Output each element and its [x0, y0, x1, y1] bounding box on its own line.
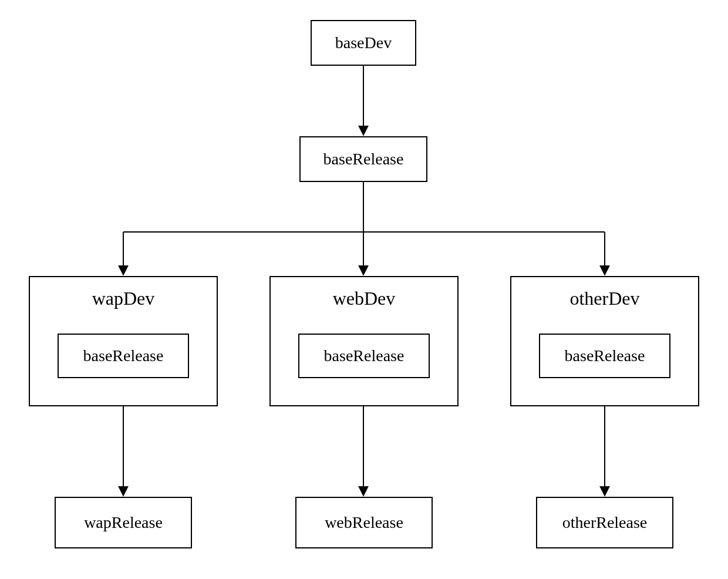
node-otherdev-inner-label: baseRelease: [565, 346, 645, 365]
node-webdev-inner: baseRelease: [298, 334, 430, 378]
node-baserelease-label: baseRelease: [323, 150, 404, 169]
node-webrelease-label: webRelease: [325, 513, 403, 532]
node-otherrelease-label: otherRelease: [562, 513, 648, 532]
node-otherdev-label: otherDev: [511, 288, 698, 309]
node-otherdev: otherDev baseRelease: [510, 276, 699, 406]
node-otherdev-inner: baseRelease: [539, 334, 670, 378]
node-wapdev-inner: baseRelease: [58, 334, 189, 378]
node-webdev-inner-label: baseRelease: [324, 346, 405, 365]
node-waprelease: wapRelease: [55, 497, 192, 548]
node-basedev-label: baseDev: [335, 33, 392, 52]
node-wapdev: wapDev baseRelease: [29, 276, 218, 406]
node-otherrelease: otherRelease: [536, 497, 673, 548]
node-webdev: webDev baseRelease: [269, 276, 459, 406]
node-baserelease: baseRelease: [299, 136, 427, 182]
node-webrelease: webRelease: [295, 497, 433, 548]
node-webdev-label: webDev: [271, 288, 457, 309]
node-wapdev-inner-label: baseRelease: [83, 346, 164, 365]
node-wapdev-label: wapDev: [30, 288, 217, 309]
node-waprelease-label: wapRelease: [84, 513, 163, 532]
node-basedev: baseDev: [311, 20, 416, 66]
